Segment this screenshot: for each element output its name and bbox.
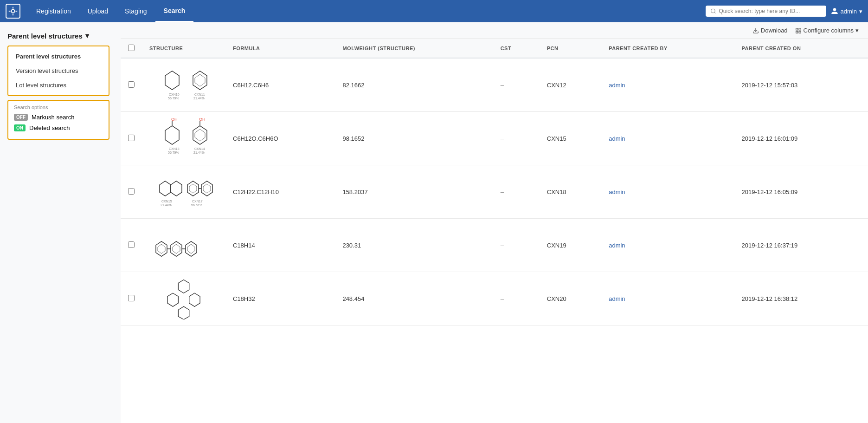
svg-marker-48 <box>187 244 195 254</box>
svg-text:OH: OH <box>171 117 178 122</box>
sidebar: Parent level structures ▾ Parent level s… <box>0 22 121 423</box>
cst-cell: – <box>493 58 540 112</box>
row-checkbox[interactable] <box>128 188 135 195</box>
search-options-label: Search options <box>14 104 103 110</box>
search-options-box: Search options OFF Markush search ON Del… <box>7 100 109 140</box>
formula-cell: C12H22.C12H10 <box>225 165 335 219</box>
col-parent-created-on: PARENT CREATED ON <box>734 39 868 58</box>
user-menu[interactable]: admin ▾ <box>831 7 862 15</box>
svg-marker-42 <box>158 244 165 254</box>
cst-cell: – <box>493 112 540 165</box>
structure-type-parent[interactable]: Parent level structures <box>8 49 109 64</box>
col-parent-created-by: PARENT CREATED BY <box>601 39 734 58</box>
molweight-cell: 248.454 <box>335 272 493 325</box>
molweight-cell: 158.2037 <box>335 165 493 219</box>
svg-text:OH: OH <box>199 117 206 122</box>
table-row: CXN15 21.44% CXN17 56.56% C12H22.C12H10 … <box>121 165 868 219</box>
pcn-cell: CXN18 <box>540 165 601 219</box>
configure-columns-button[interactable]: Configure columns ▾ <box>795 27 859 34</box>
table-header-row: STRUCTURE FORMULA MOLWEIGHT (STRUCTURE) … <box>121 39 868 58</box>
col-pcn: PCN <box>540 39 601 58</box>
configure-icon <box>795 27 802 34</box>
molecule-svg <box>151 278 216 319</box>
formula-cell: C18H32 <box>225 272 335 325</box>
structure-cell: OH OH CXN13 56.79% CXN14 21.44% <box>142 112 225 165</box>
row-checkbox[interactable] <box>128 295 135 301</box>
cst-cell: – <box>493 165 540 219</box>
app-logo <box>6 4 20 19</box>
select-all-header <box>121 39 142 58</box>
admin-link[interactable]: admin <box>609 189 625 195</box>
svg-text:56.56%: 56.56% <box>191 203 202 207</box>
markush-toggle[interactable]: OFF <box>14 114 28 121</box>
quick-search-input[interactable] <box>719 8 821 14</box>
svg-marker-52 <box>178 306 189 319</box>
download-icon <box>752 27 759 34</box>
deleted-search-option: ON Deleted search <box>14 124 103 131</box>
formula-cell: C6H12.C6H6 <box>225 58 335 112</box>
molecule-svg: CXN15 21.44% CXN17 56.56% <box>151 171 216 213</box>
formula-cell: C18H14 <box>225 219 335 272</box>
structure-type-dropdown: Parent level structures Version level st… <box>7 46 109 96</box>
download-button[interactable]: Download <box>752 27 788 34</box>
svg-text:21.44%: 21.44% <box>193 97 205 100</box>
molecule-svg <box>151 224 216 266</box>
svg-text:CXN11: CXN11 <box>194 93 205 96</box>
admin-link[interactable]: admin <box>609 242 625 249</box>
created-by-cell: admin <box>601 272 734 325</box>
svg-marker-32 <box>187 181 199 196</box>
row-checkbox[interactable] <box>128 135 135 141</box>
pcn-cell: CXN12 <box>540 58 601 112</box>
svg-rect-9 <box>799 28 801 30</box>
admin-link[interactable]: admin <box>609 82 625 89</box>
created-on-cell: 2019-12-12 16:05:09 <box>734 165 868 219</box>
nav-registration[interactable]: Registration <box>28 0 79 22</box>
created-by-cell: admin <box>601 58 734 112</box>
svg-marker-47 <box>186 241 197 256</box>
molecule-svg: OH OH CXN13 56.79% CXN14 21.44% <box>151 117 216 159</box>
svg-marker-45 <box>173 244 180 254</box>
svg-rect-8 <box>796 28 797 30</box>
nav-staging[interactable]: Staging <box>116 0 155 22</box>
structure-cell: CXN10 56.79% CXN11 21.44% <box>142 58 225 112</box>
col-formula: FORMULA <box>225 39 335 58</box>
col-cst: CST <box>493 39 540 58</box>
svg-marker-14 <box>195 74 205 86</box>
created-on-cell: 2019-12-12 16:37:19 <box>734 219 868 272</box>
svg-marker-13 <box>193 71 207 90</box>
molweight-cell: 82.1662 <box>335 58 493 112</box>
markush-search-option: OFF Markush search <box>14 114 103 121</box>
structure-type-version[interactable]: Version level structures <box>8 64 109 78</box>
svg-marker-31 <box>171 181 182 196</box>
nav-search[interactable]: Search <box>155 0 194 22</box>
svg-marker-30 <box>160 181 171 196</box>
svg-text:21.44%: 21.44% <box>193 151 205 154</box>
row-checkbox[interactable] <box>128 81 135 88</box>
deleted-toggle[interactable]: ON <box>14 124 26 131</box>
svg-marker-49 <box>178 280 189 293</box>
nav-upload[interactable]: Upload <box>79 0 116 22</box>
created-by-cell: admin <box>601 219 734 272</box>
admin-link[interactable]: admin <box>609 135 625 142</box>
created-by-cell: admin <box>601 112 734 165</box>
svg-rect-10 <box>799 31 801 33</box>
pcn-cell: CXN19 <box>540 219 601 272</box>
row-checkbox[interactable] <box>128 241 135 248</box>
select-all-checkbox[interactable] <box>128 45 135 51</box>
structure-type-selector[interactable]: Parent level structures ▾ <box>7 30 113 42</box>
quick-search-box[interactable] <box>706 6 826 17</box>
svg-text:CXN10: CXN10 <box>169 93 180 96</box>
created-on-cell: 2019-12-12 16:01:09 <box>734 112 868 165</box>
results-table: STRUCTURE FORMULA MOLWEIGHT (STRUCTURE) … <box>121 39 868 325</box>
top-navigation: Registration Upload Staging Search admin… <box>0 0 868 22</box>
admin-link[interactable]: admin <box>609 295 625 302</box>
svg-text:56.79%: 56.79% <box>168 151 179 154</box>
table-row: CXN10 56.79% CXN11 21.44% C6H12.C6H6 82.… <box>121 58 868 112</box>
structure-type-lot[interactable]: Lot level structures <box>8 78 109 92</box>
svg-marker-33 <box>189 184 197 193</box>
created-by-cell: admin <box>601 165 734 219</box>
svg-text:CXN17: CXN17 <box>192 200 203 203</box>
svg-rect-11 <box>796 31 797 33</box>
table-row: C18H32 248.454 – CXN20 admin 2019-12-12 … <box>121 272 868 325</box>
search-icon <box>710 8 716 14</box>
